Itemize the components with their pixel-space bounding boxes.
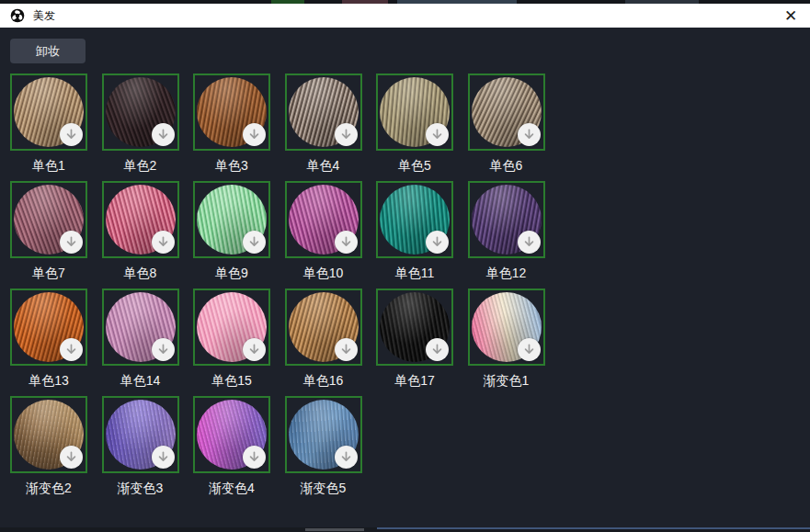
hair-swatch[interactable] <box>102 289 179 366</box>
hair-swatch-label: 单色3 <box>193 156 270 175</box>
download-icon[interactable] <box>335 446 358 469</box>
hair-swatch-item: 单色16 <box>285 289 362 396</box>
hair-swatch-label: 单色8 <box>102 264 179 282</box>
download-icon[interactable] <box>335 123 358 146</box>
hair-swatch[interactable] <box>10 396 87 473</box>
download-icon[interactable] <box>60 231 83 254</box>
hair-swatch-item: 单色7 <box>10 181 87 289</box>
hair-swatch[interactable] <box>193 181 270 258</box>
hair-swatch[interactable] <box>10 181 87 258</box>
hair-swatch-item: 单色12 <box>468 181 545 289</box>
hair-swatch-item: 渐变色3 <box>102 396 179 504</box>
hair-swatch[interactable] <box>102 396 179 473</box>
hair-swatch[interactable] <box>376 289 453 366</box>
background-blue-line <box>377 527 810 529</box>
download-icon[interactable] <box>518 338 541 361</box>
hair-swatch-label: 单色1 <box>10 156 87 175</box>
hair-swatch[interactable] <box>468 181 545 258</box>
hair-swatch-label: 单色2 <box>102 156 179 175</box>
hair-swatch-item: 单色2 <box>102 74 179 181</box>
download-icon[interactable] <box>518 231 541 254</box>
hair-swatch-label: 单色13 <box>10 371 87 390</box>
hair-swatch[interactable] <box>193 74 270 151</box>
hair-swatch-label: 渐变色3 <box>102 479 179 497</box>
hair-swatch-label: 渐变色4 <box>193 479 270 497</box>
download-icon[interactable] <box>152 338 175 361</box>
hair-swatch-item: 渐变色4 <box>193 396 270 504</box>
background-app-bottom-strip <box>0 527 810 532</box>
download-icon[interactable] <box>335 231 358 254</box>
download-icon[interactable] <box>426 231 449 254</box>
hair-swatch-item: 单色17 <box>376 289 453 396</box>
hair-swatch-item: 单色3 <box>193 74 270 181</box>
hair-swatch[interactable] <box>285 74 362 151</box>
hair-swatch[interactable] <box>285 181 362 258</box>
hair-swatch[interactable] <box>10 74 87 151</box>
hair-swatch-label: 渐变色2 <box>10 479 87 497</box>
download-icon[interactable] <box>243 123 266 146</box>
dialog-body: 卸妆 单色1 单色2 <box>0 28 810 528</box>
hair-swatch[interactable] <box>376 74 453 151</box>
hair-swatch-item: 渐变色1 <box>468 289 545 396</box>
hair-swatch-label: 单色17 <box>376 371 453 390</box>
download-icon[interactable] <box>152 446 175 469</box>
remove-makeup-button[interactable]: 卸妆 <box>10 39 86 63</box>
hair-swatch[interactable] <box>102 74 179 151</box>
hair-swatch-label: 单色12 <box>468 264 545 282</box>
hair-swatch-grid: 单色1 单色2 单色3 <box>10 74 545 504</box>
obs-logo-icon <box>10 8 25 23</box>
hair-swatch-label: 单色7 <box>10 264 87 282</box>
hair-swatch-item: 单色8 <box>102 181 179 289</box>
hair-swatch-label: 单色6 <box>468 156 545 175</box>
download-icon[interactable] <box>335 338 358 361</box>
hair-swatch-item: 单色4 <box>285 74 362 181</box>
hair-swatch-item: 单色6 <box>468 74 545 181</box>
download-icon[interactable] <box>243 446 266 469</box>
hair-swatch-item: 渐变色5 <box>285 396 362 504</box>
hair-swatch-label: 渐变色5 <box>285 479 362 497</box>
hair-swatch[interactable] <box>102 181 179 258</box>
hair-swatch-item: 单色5 <box>376 74 453 181</box>
dialog-title: 美发 <box>33 8 55 24</box>
hair-swatch-item: 单色14 <box>102 289 179 396</box>
download-icon[interactable] <box>426 338 449 361</box>
hair-swatch[interactable] <box>285 289 362 366</box>
hair-swatch-label: 单色14 <box>102 371 179 390</box>
dialog-titlebar: 美发 ✕ <box>0 4 810 28</box>
hair-swatch-item: 单色13 <box>10 289 87 396</box>
hair-swatch[interactable] <box>468 289 545 366</box>
close-icon[interactable]: ✕ <box>781 6 801 26</box>
hair-swatch[interactable] <box>468 74 545 151</box>
hair-swatch-item: 单色10 <box>285 181 362 289</box>
hair-swatch-label: 单色15 <box>193 371 270 390</box>
hair-swatch[interactable] <box>285 396 362 473</box>
download-icon[interactable] <box>243 231 266 254</box>
download-icon[interactable] <box>243 338 266 361</box>
hair-swatch-item: 单色1 <box>10 74 87 181</box>
hair-swatch-label: 单色16 <box>285 371 362 390</box>
hair-swatch-label: 单色11 <box>376 264 453 282</box>
download-icon[interactable] <box>518 123 541 146</box>
hair-swatch[interactable] <box>376 181 453 258</box>
download-icon[interactable] <box>152 231 175 254</box>
hair-swatch[interactable] <box>193 396 270 473</box>
hair-swatch-label: 单色9 <box>193 264 270 282</box>
hair-swatch[interactable] <box>193 289 270 366</box>
hair-swatch-label: 单色4 <box>285 156 362 175</box>
hair-swatch[interactable] <box>10 289 87 366</box>
download-icon[interactable] <box>60 446 83 469</box>
download-icon[interactable] <box>426 123 449 146</box>
download-icon[interactable] <box>60 338 83 361</box>
hair-swatch-label: 渐变色1 <box>468 371 545 390</box>
hair-swatch-item: 单色11 <box>376 181 453 289</box>
hair-swatch-item: 单色9 <box>193 181 270 289</box>
hair-swatch-label: 单色5 <box>376 156 453 175</box>
hair-swatch-label: 单色10 <box>285 264 362 282</box>
hair-swatch-item: 单色15 <box>193 289 270 396</box>
background-gray-blob <box>305 528 364 531</box>
download-icon[interactable] <box>152 123 175 146</box>
hair-swatch-item: 渐变色2 <box>10 396 87 504</box>
download-icon[interactable] <box>60 123 83 146</box>
